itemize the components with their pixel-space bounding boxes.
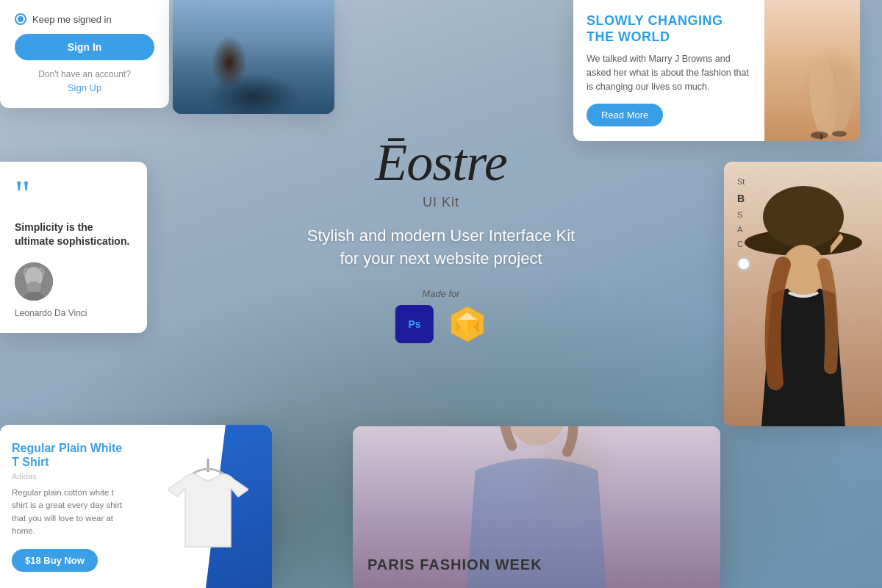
product-brand: Adidas <box>12 472 132 481</box>
changing-text-area: SLOWLY CHANGING THE WORLD We talked with… <box>573 0 764 141</box>
legs-decoration <box>801 53 860 141</box>
changing-body: We talked with Marry J Browns and asked … <box>587 52 751 93</box>
ui-kit-label: UI Kit <box>307 195 575 210</box>
made-for-section: Made for Ps <box>307 288 575 343</box>
author-avatar <box>15 262 53 301</box>
quote-card: " Simplicity is the ultimate sophisticat… <box>0 162 147 333</box>
landscape-image <box>173 0 334 114</box>
brand-name: Ēostre <box>375 133 506 192</box>
tshirt-image <box>168 459 248 554</box>
landscape-photo-card <box>173 0 334 114</box>
product-info: Regular Plain White T Shirt Adidas Regul… <box>0 425 143 588</box>
fashion-image: PARIS FASHION WEEK <box>353 426 720 588</box>
quote-author-area: Leonardo Da Vinci <box>15 262 132 318</box>
svg-point-3 <box>832 131 847 137</box>
changing-headline: SLOWLY CHANGING THE WORLD <box>587 13 751 45</box>
read-more-button[interactable]: Read More <box>587 104 663 126</box>
fashion-week-title: PARIS FASHION WEEK <box>368 556 542 573</box>
svg-point-2 <box>811 132 828 139</box>
author-name: Leonardo Da Vinci <box>15 308 87 318</box>
quote-mark: " <box>15 179 132 210</box>
tagline-line1: Stylish and modern User Interface Kit <box>307 226 575 245</box>
changing-headline-line1: SLOWLY CHANGING <box>587 13 723 28</box>
no-account-text: Don't have an account? <box>15 69 154 79</box>
tagline: Stylish and modern User Interface Kit fo… <box>307 225 575 270</box>
changing-fashion-image <box>764 0 860 141</box>
product-name: Regular Plain White T Shirt <box>12 441 132 469</box>
keep-signed-label: Keep me signed in <box>32 14 112 25</box>
keep-signed-radio[interactable] <box>15 13 26 25</box>
fashion-side-text: St B S A C <box>737 175 869 251</box>
line5: C <box>737 240 743 248</box>
fashion-photo-card: St B S A C <box>724 162 882 426</box>
product-image-area <box>143 425 272 588</box>
sketch-icon <box>448 305 487 343</box>
changing-card: SLOWLY CHANGING THE WORLD We talked with… <box>573 0 860 141</box>
quote-text: Simplicity is the ultimate sophisticatio… <box>15 220 132 249</box>
signup-link[interactable]: Sign Up <box>15 82 154 93</box>
line3: S <box>737 210 742 219</box>
changing-headline-line2: THE WORLD <box>587 29 670 44</box>
line2: B <box>737 193 745 204</box>
keep-signed-in-row: Keep me signed in <box>15 13 154 25</box>
app-icons-row: Ps <box>395 305 487 343</box>
fashion-photo-card-text: St B S A C <box>737 175 869 270</box>
fashion-photo-inner: St B S A C <box>724 162 882 426</box>
radio-indicator[interactable] <box>737 257 750 270</box>
line4: A <box>737 225 742 234</box>
tagline-line2: for your next website project <box>340 249 542 268</box>
fashion-week-card: PARIS FASHION WEEK <box>353 426 720 588</box>
signin-button[interactable]: Sign In <box>15 34 154 60</box>
product-desc: Regular plain cotton white t shirt is a … <box>12 487 132 537</box>
svg-rect-4 <box>820 134 822 140</box>
ps-label: Ps <box>408 318 420 330</box>
brand-title: Ēostre <box>307 132 575 193</box>
product-buy-button[interactable]: $18 Buy Now <box>12 549 98 572</box>
line1: St <box>737 177 745 186</box>
center-brand-content: Ēostre UI Kit Stylish and modern User In… <box>307 132 575 343</box>
product-card: Regular Plain White T Shirt Adidas Regul… <box>0 425 272 588</box>
svg-point-7 <box>26 282 41 293</box>
fashion-week-text-area: PARIS FASHION WEEK <box>368 556 542 573</box>
signin-card: Keep me signed in Sign In Don't have an … <box>0 0 169 108</box>
photoshop-icon: Ps <box>395 305 434 343</box>
author-avatar-image <box>15 262 53 301</box>
made-for-label: Made for <box>422 288 459 299</box>
